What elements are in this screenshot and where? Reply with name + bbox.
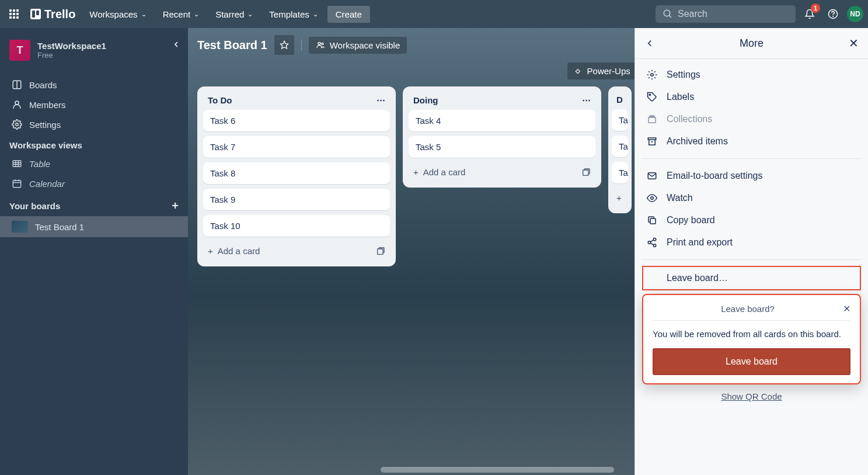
menu-item-settings[interactable]: Settings: [635, 64, 868, 86]
board-thumbnail: [12, 221, 28, 233]
sidebar-board-item[interactable]: Test Board 1: [0, 216, 188, 237]
sidebar-item-table[interactable]: Table: [0, 154, 188, 174]
trello-logo[interactable]: Trello: [26, 8, 80, 21]
svg-point-41: [653, 244, 656, 247]
template-icon[interactable]: [376, 247, 385, 256]
chevron-down-icon: ⌄: [194, 11, 199, 18]
collapse-sidebar-button[interactable]: [172, 40, 181, 49]
tag-icon: [647, 92, 657, 102]
svg-point-19: [321, 43, 323, 44]
add-card-button[interactable]: + Add a card: [203, 241, 390, 261]
chevron-down-icon: ⌄: [141, 11, 147, 18]
sidebar-item-calendar[interactable]: Calendar: [0, 174, 188, 193]
plus-icon: +: [616, 193, 622, 203]
gear-icon: [647, 70, 657, 80]
members-icon: [12, 99, 22, 110]
chevron-down-icon: ⌄: [313, 11, 318, 18]
calendar-icon: [12, 178, 22, 189]
topbar: Trello Workspaces⌄ Recent⌄ Starred⌄ Temp…: [0, 0, 868, 28]
collections-icon: [647, 114, 657, 124]
card[interactable]: Ta: [612, 136, 628, 157]
account-avatar[interactable]: ND: [847, 6, 863, 22]
create-button[interactable]: Create: [327, 6, 370, 23]
svg-rect-29: [378, 249, 383, 254]
nav-workspaces[interactable]: Workspaces⌄: [82, 6, 153, 23]
add-card-button[interactable]: +: [612, 188, 628, 207]
list-menu-button[interactable]: ⋯: [377, 95, 385, 105]
nav-templates[interactable]: Templates⌄: [262, 6, 325, 23]
show-qr-code-link[interactable]: Show QR Code: [721, 391, 782, 401]
card[interactable]: Task 10: [203, 215, 390, 237]
card[interactable]: Task 6: [203, 110, 390, 131]
menu-item-archived[interactable]: Archived items: [635, 130, 868, 152]
svg-rect-33: [649, 117, 656, 123]
sidebar-item-settings[interactable]: Settings: [0, 115, 188, 134]
svg-point-3: [833, 16, 834, 16]
menu-item-email[interactable]: Email-to-board settings: [635, 165, 868, 187]
sidebar-item-boards[interactable]: Boards: [0, 75, 188, 95]
add-board-button[interactable]: +: [172, 199, 179, 213]
workspace-views-heading: Workspace views: [0, 134, 188, 154]
star-icon: [280, 40, 289, 50]
panel-back-button[interactable]: [644, 38, 658, 48]
menu-item-watch[interactable]: Watch: [635, 187, 868, 209]
notification-badge: 1: [811, 4, 820, 13]
nav-starred[interactable]: Starred⌄: [208, 6, 260, 23]
template-icon[interactable]: [581, 168, 591, 177]
apps-launcher-icon[interactable]: [5, 5, 23, 23]
add-card-button[interactable]: + Add a card: [409, 162, 595, 182]
share-icon: [647, 237, 657, 248]
horizontal-scrollbar[interactable]: [381, 467, 614, 473]
workspace-header[interactable]: T TestWorkspace1 Free: [0, 35, 188, 65]
menu-item-leave-board[interactable]: Leave board…: [642, 266, 861, 290]
plus-icon: +: [208, 246, 213, 256]
list-menu-button[interactable]: ⋯: [582, 95, 591, 105]
leave-board-confirm-button[interactable]: Leave board: [653, 348, 850, 375]
svg-rect-13: [13, 181, 21, 188]
svg-rect-8: [13, 161, 21, 167]
card[interactable]: Ta: [612, 109, 628, 131]
svg-marker-17: [280, 41, 288, 48]
svg-line-42: [650, 243, 653, 245]
sidebar-item-members[interactable]: Members: [0, 95, 188, 115]
people-icon: [316, 40, 325, 50]
svg-rect-38: [650, 219, 656, 224]
svg-point-37: [651, 197, 654, 200]
panel-close-button[interactable]: ✕: [845, 36, 859, 50]
list-title[interactable]: D: [616, 95, 623, 105]
list-title[interactable]: Doing: [413, 95, 438, 105]
card[interactable]: Task 8: [203, 162, 390, 184]
list: To Do ⋯ Task 6 Task 7 Task 8 Task 9 Task…: [197, 86, 396, 266]
search-input[interactable]: Search: [656, 5, 796, 23]
popover-close-button[interactable]: ✕: [843, 303, 850, 314]
menu-item-labels[interactable]: Labels: [635, 86, 868, 108]
svg-line-43: [650, 240, 653, 242]
card[interactable]: Task 4: [409, 110, 595, 131]
powerups-button[interactable]: Power-Ups: [567, 63, 637, 79]
card[interactable]: Ta: [612, 162, 628, 183]
menu-item-print[interactable]: Print and export: [635, 231, 868, 254]
panel-title: More: [658, 37, 845, 50]
card[interactable]: Task 7: [203, 136, 390, 158]
table-icon: [12, 158, 22, 169]
list-title[interactable]: To Do: [208, 95, 232, 105]
card[interactable]: Task 9: [203, 189, 390, 210]
popover-message: You will be removed from all cards on th…: [653, 328, 850, 340]
leave-board-popover: Leave board? ✕ You will be removed from …: [642, 294, 861, 384]
visibility-button[interactable]: Workspace visible: [309, 37, 407, 54]
workspace-plan: Free: [37, 51, 106, 60]
workspace-icon: T: [9, 40, 30, 61]
nav-recent[interactable]: Recent⌄: [156, 6, 207, 23]
notifications-button[interactable]: 1: [800, 5, 819, 23]
svg-line-1: [669, 15, 671, 18]
help-button[interactable]: [824, 5, 842, 23]
menu-item-copy[interactable]: Copy board: [635, 209, 868, 231]
board-title[interactable]: Test Board 1: [197, 39, 267, 52]
svg-point-32: [649, 94, 650, 95]
list: D Ta Ta Ta +: [608, 86, 632, 213]
plus-icon: +: [413, 167, 419, 177]
star-board-button[interactable]: [274, 35, 294, 55]
svg-point-39: [653, 238, 656, 241]
archive-icon: [647, 136, 657, 147]
card[interactable]: Task 5: [409, 136, 595, 158]
